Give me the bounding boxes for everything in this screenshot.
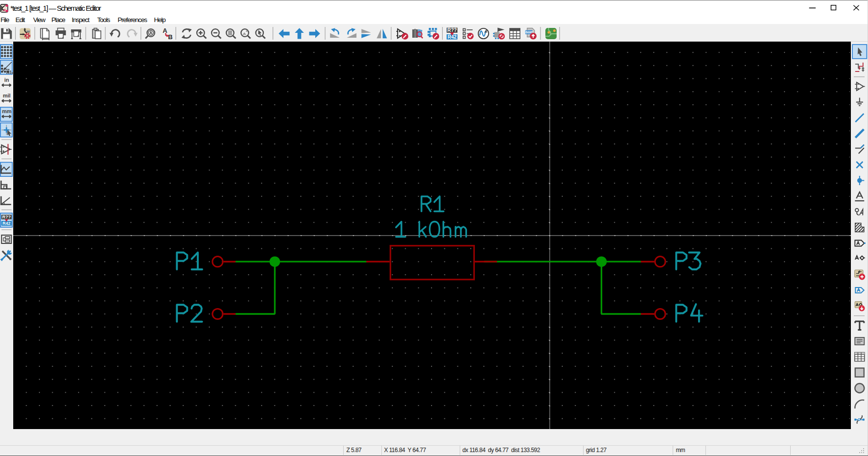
svg-text:A: A [163, 26, 167, 34]
svg-text:B: B [168, 33, 172, 41]
svg-text:mm: mm [2, 108, 12, 114]
svg-text:in: in [4, 77, 9, 83]
svg-text:mil: mil [3, 93, 11, 98]
svg-text:R??: R?? [447, 27, 457, 32]
svg-text:R??: R?? [2, 215, 11, 219]
